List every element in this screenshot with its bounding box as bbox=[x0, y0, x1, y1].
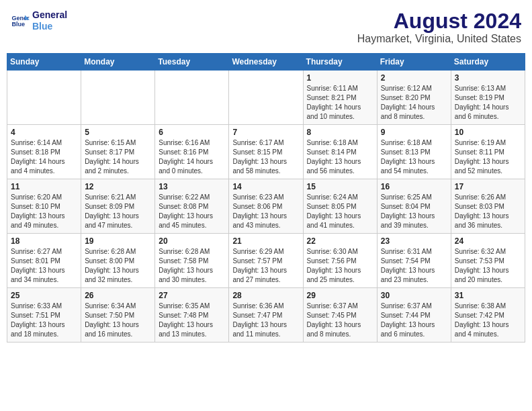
day-number: 10 bbox=[455, 128, 521, 137]
day-number: 18 bbox=[11, 236, 77, 246]
calendar-cell: 10Sunrise: 6:19 AM Sunset: 8:11 PM Dayli… bbox=[451, 125, 525, 179]
calendar-header-row: SundayMondayTuesdayWednesdayThursdayFrid… bbox=[7, 54, 525, 71]
calendar-cell: 24Sunrise: 6:32 AM Sunset: 7:53 PM Dayli… bbox=[451, 234, 525, 288]
day-number: 26 bbox=[85, 291, 151, 300]
day-number: 4 bbox=[11, 128, 77, 137]
day-number: 14 bbox=[232, 182, 299, 191]
calendar-cell: 2Sunrise: 6:12 AM Sunset: 8:20 PM Daylig… bbox=[377, 71, 451, 125]
day-info: Sunrise: 6:24 AM Sunset: 8:05 PM Dayligh… bbox=[307, 193, 373, 230]
calendar-cell: 3Sunrise: 6:13 AM Sunset: 8:19 PM Daylig… bbox=[451, 71, 525, 125]
calendar-cell: 12Sunrise: 6:21 AM Sunset: 8:09 PM Dayli… bbox=[81, 179, 155, 234]
day-number: 1 bbox=[307, 73, 373, 83]
day-info: Sunrise: 6:34 AM Sunset: 7:50 PM Dayligh… bbox=[85, 302, 151, 339]
calendar-cell bbox=[81, 71, 155, 125]
day-info: Sunrise: 6:18 AM Sunset: 8:13 PM Dayligh… bbox=[381, 138, 447, 176]
week-row-5: 25Sunrise: 6:33 AM Sunset: 7:51 PM Dayli… bbox=[7, 288, 525, 342]
day-info: Sunrise: 6:13 AM Sunset: 8:19 PM Dayligh… bbox=[455, 84, 521, 122]
calendar-cell: 19Sunrise: 6:28 AM Sunset: 8:00 PM Dayli… bbox=[81, 234, 155, 288]
day-info: Sunrise: 6:16 AM Sunset: 8:16 PM Dayligh… bbox=[159, 138, 225, 176]
day-info: Sunrise: 6:18 AM Sunset: 8:14 PM Dayligh… bbox=[307, 138, 373, 176]
calendar-table: SundayMondayTuesdayWednesdayThursdayFrid… bbox=[7, 53, 525, 342]
day-number: 12 bbox=[85, 182, 151, 191]
calendar-cell bbox=[229, 71, 303, 125]
day-info: Sunrise: 6:21 AM Sunset: 8:09 PM Dayligh… bbox=[85, 193, 151, 230]
day-info: Sunrise: 6:37 AM Sunset: 7:45 PM Dayligh… bbox=[307, 302, 373, 339]
week-row-1: 1Sunrise: 6:11 AM Sunset: 8:21 PM Daylig… bbox=[7, 71, 525, 125]
day-header-tuesday: Tuesday bbox=[155, 54, 229, 71]
day-header-monday: Monday bbox=[81, 54, 155, 71]
calendar-cell: 5Sunrise: 6:15 AM Sunset: 8:17 PM Daylig… bbox=[81, 125, 155, 179]
week-row-2: 4Sunrise: 6:14 AM Sunset: 8:18 PM Daylig… bbox=[7, 125, 525, 179]
day-header-saturday: Saturday bbox=[451, 54, 525, 71]
page-subtitle: Haymarket, Virginia, United States bbox=[357, 33, 521, 45]
day-info: Sunrise: 6:28 AM Sunset: 8:00 PM Dayligh… bbox=[85, 247, 151, 285]
calendar-cell: 1Sunrise: 6:11 AM Sunset: 8:21 PM Daylig… bbox=[303, 71, 377, 125]
calendar-cell: 8Sunrise: 6:18 AM Sunset: 8:14 PM Daylig… bbox=[303, 125, 377, 179]
day-number: 23 bbox=[381, 236, 447, 246]
day-number: 27 bbox=[159, 291, 225, 300]
calendar-cell: 18Sunrise: 6:27 AM Sunset: 8:01 PM Dayli… bbox=[7, 234, 81, 288]
day-number: 29 bbox=[307, 291, 373, 300]
day-info: Sunrise: 6:15 AM Sunset: 8:17 PM Dayligh… bbox=[85, 138, 151, 176]
day-number: 5 bbox=[85, 128, 151, 137]
day-info: Sunrise: 6:27 AM Sunset: 8:01 PM Dayligh… bbox=[11, 247, 77, 285]
day-info: Sunrise: 6:38 AM Sunset: 7:42 PM Dayligh… bbox=[455, 302, 521, 339]
day-info: Sunrise: 6:12 AM Sunset: 8:20 PM Dayligh… bbox=[381, 84, 447, 122]
day-number: 22 bbox=[307, 236, 373, 246]
logo-line2: Blue bbox=[32, 21, 67, 32]
day-info: Sunrise: 6:30 AM Sunset: 7:56 PM Dayligh… bbox=[307, 247, 373, 285]
day-number: 20 bbox=[159, 236, 225, 246]
calendar-cell: 31Sunrise: 6:38 AM Sunset: 7:42 PM Dayli… bbox=[451, 288, 525, 342]
calendar-cell: 16Sunrise: 6:25 AM Sunset: 8:04 PM Dayli… bbox=[377, 179, 451, 234]
day-number: 16 bbox=[381, 182, 447, 191]
day-info: Sunrise: 6:31 AM Sunset: 7:54 PM Dayligh… bbox=[381, 247, 447, 285]
day-number: 19 bbox=[85, 236, 151, 246]
calendar-cell bbox=[155, 71, 229, 125]
day-number: 30 bbox=[381, 291, 447, 300]
page-title: August 2024 bbox=[357, 9, 521, 33]
day-number: 11 bbox=[11, 182, 77, 191]
calendar-cell bbox=[7, 71, 81, 125]
calendar-cell: 28Sunrise: 6:36 AM Sunset: 7:47 PM Dayli… bbox=[229, 288, 303, 342]
calendar-cell: 6Sunrise: 6:16 AM Sunset: 8:16 PM Daylig… bbox=[155, 125, 229, 179]
calendar-cell: 9Sunrise: 6:18 AM Sunset: 8:13 PM Daylig… bbox=[377, 125, 451, 179]
day-info: Sunrise: 6:29 AM Sunset: 7:57 PM Dayligh… bbox=[232, 247, 299, 285]
title-block: August 2024 Haymarket, Virginia, United … bbox=[357, 9, 521, 45]
day-info: Sunrise: 6:19 AM Sunset: 8:11 PM Dayligh… bbox=[455, 138, 521, 176]
day-number: 6 bbox=[159, 128, 225, 137]
day-info: Sunrise: 6:37 AM Sunset: 7:44 PM Dayligh… bbox=[381, 302, 447, 339]
day-info: Sunrise: 6:25 AM Sunset: 8:04 PM Dayligh… bbox=[381, 193, 447, 230]
day-number: 3 bbox=[455, 73, 521, 83]
day-number: 21 bbox=[232, 236, 299, 246]
day-number: 15 bbox=[307, 182, 373, 191]
day-info: Sunrise: 6:35 AM Sunset: 7:48 PM Dayligh… bbox=[159, 302, 225, 339]
day-number: 28 bbox=[232, 291, 299, 300]
day-info: Sunrise: 6:14 AM Sunset: 8:18 PM Dayligh… bbox=[11, 138, 77, 176]
day-number: 13 bbox=[159, 182, 225, 191]
calendar-cell: 4Sunrise: 6:14 AM Sunset: 8:18 PM Daylig… bbox=[7, 125, 81, 179]
day-header-friday: Friday bbox=[377, 54, 451, 71]
day-info: Sunrise: 6:28 AM Sunset: 7:58 PM Dayligh… bbox=[159, 247, 225, 285]
day-number: 31 bbox=[455, 291, 521, 300]
day-number: 24 bbox=[455, 236, 521, 246]
logo-line1: General bbox=[32, 9, 67, 21]
day-info: Sunrise: 6:23 AM Sunset: 8:06 PM Dayligh… bbox=[232, 193, 299, 230]
calendar-cell: 20Sunrise: 6:28 AM Sunset: 7:58 PM Dayli… bbox=[155, 234, 229, 288]
day-info: Sunrise: 6:36 AM Sunset: 7:47 PM Dayligh… bbox=[232, 302, 299, 339]
calendar-cell: 27Sunrise: 6:35 AM Sunset: 7:48 PM Dayli… bbox=[155, 288, 229, 342]
calendar-cell: 11Sunrise: 6:20 AM Sunset: 8:10 PM Dayli… bbox=[7, 179, 81, 234]
calendar-cell: 30Sunrise: 6:37 AM Sunset: 7:44 PM Dayli… bbox=[377, 288, 451, 342]
calendar-cell: 13Sunrise: 6:22 AM Sunset: 8:08 PM Dayli… bbox=[155, 179, 229, 234]
calendar-cell: 26Sunrise: 6:34 AM Sunset: 7:50 PM Dayli… bbox=[81, 288, 155, 342]
day-header-sunday: Sunday bbox=[7, 54, 81, 71]
logo: General Blue General Blue bbox=[11, 9, 67, 32]
day-info: Sunrise: 6:17 AM Sunset: 8:15 PM Dayligh… bbox=[232, 138, 299, 176]
day-info: Sunrise: 6:26 AM Sunset: 8:03 PM Dayligh… bbox=[455, 193, 521, 230]
day-info: Sunrise: 6:11 AM Sunset: 8:21 PM Dayligh… bbox=[307, 84, 373, 122]
calendar-cell: 23Sunrise: 6:31 AM Sunset: 7:54 PM Dayli… bbox=[377, 234, 451, 288]
day-info: Sunrise: 6:32 AM Sunset: 7:53 PM Dayligh… bbox=[455, 247, 521, 285]
week-row-3: 11Sunrise: 6:20 AM Sunset: 8:10 PM Dayli… bbox=[7, 179, 525, 234]
calendar-cell: 17Sunrise: 6:26 AM Sunset: 8:03 PM Dayli… bbox=[451, 179, 525, 234]
day-header-thursday: Thursday bbox=[303, 54, 377, 71]
day-info: Sunrise: 6:20 AM Sunset: 8:10 PM Dayligh… bbox=[11, 193, 77, 230]
